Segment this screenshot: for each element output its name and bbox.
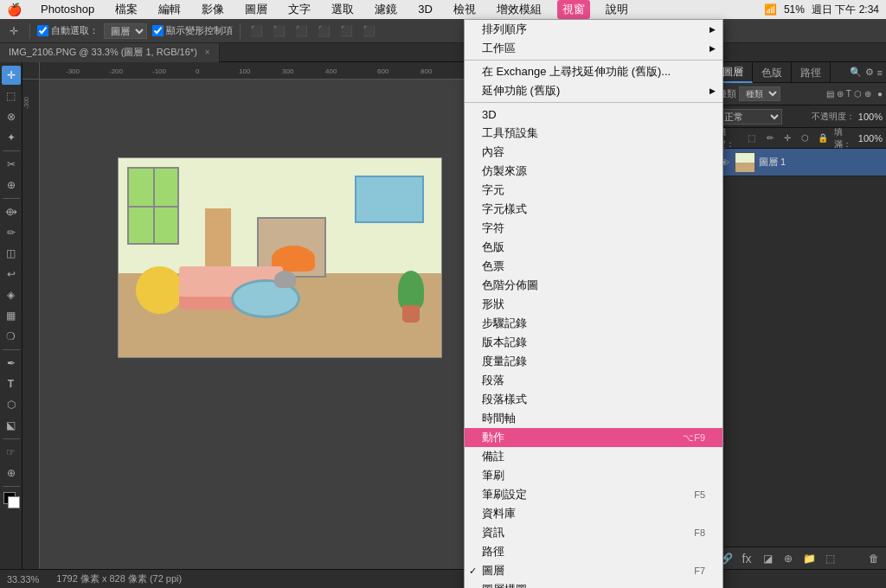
shape-tool-button[interactable]: ⬕ (2, 416, 21, 435)
align-center-icon[interactable]: ⬛ (270, 22, 287, 40)
menu-item-shapes[interactable]: 形狀 (465, 295, 722, 314)
menu-item-layer-comps[interactable]: 圖層構圖 (465, 580, 722, 588)
new-group-button[interactable]: 📁 (800, 550, 818, 567)
move-tool-button[interactable]: ✛ (2, 66, 21, 85)
menubar-window[interactable]: 視窗 (557, 0, 590, 19)
delete-layer-button[interactable]: 🗑 (865, 550, 883, 567)
filter-text-icon[interactable]: T (846, 89, 851, 99)
history-brush-button[interactable]: ↩ (2, 265, 21, 284)
channels-tab[interactable]: 色版 (753, 62, 792, 83)
lock-all-button[interactable]: 🔒 (816, 131, 831, 146)
dodge-tool-button[interactable]: ❍ (2, 327, 21, 346)
menu-item-workspace[interactable]: 工作區 (465, 39, 722, 58)
menu-item-arrange[interactable]: 排列順序 (465, 20, 722, 39)
foreground-color-swatch[interactable] (2, 490, 21, 509)
panel-search-icon[interactable]: 🔍 (850, 67, 862, 78)
apple-menu[interactable]: 🍎 (7, 3, 22, 16)
lasso-tool-button[interactable]: ⊗ (2, 107, 21, 126)
text-tool-button[interactable]: T (2, 374, 21, 393)
path-selection-button[interactable]: ⬡ (2, 395, 21, 414)
align-left-icon[interactable]: ⬛ (247, 22, 265, 40)
menu-item-paragraph[interactable]: 段落 (465, 371, 722, 390)
menu-item-clone-source[interactable]: 仿製來源 (465, 162, 722, 181)
close-tab-button[interactable]: × (205, 48, 210, 57)
filter-toggle[interactable]: ● (877, 89, 883, 99)
menubar-view[interactable]: 檢視 (448, 0, 481, 19)
align-right-icon[interactable]: ⬛ (292, 22, 310, 40)
healing-brush-button[interactable]: ⟴ (2, 202, 21, 221)
menu-item-exchange[interactable]: 在 Exchange 上尋找延伸功能 (舊版)... (465, 62, 722, 81)
filter-adjust-icon[interactable]: ⊛ (837, 89, 844, 99)
menu-item-brushes[interactable]: 筆刷 (465, 466, 722, 485)
align-middle-icon[interactable]: ⬛ (337, 22, 355, 40)
menu-item-history[interactable]: 步驟記錄 (465, 314, 722, 333)
menubar-file[interactable]: 檔案 (110, 0, 143, 19)
stamp-tool-button[interactable]: ◫ (2, 244, 21, 263)
auto-select-checkbox[interactable] (37, 25, 48, 36)
align-top-icon[interactable]: ⬛ (315, 22, 332, 40)
layer-item[interactable]: 👁 圖層 1 (714, 149, 886, 176)
opacity-value[interactable]: 100% (858, 112, 883, 122)
menubar-3d[interactable]: 3D (413, 0, 438, 19)
new-fill-layer-button[interactable]: ⊕ (780, 550, 797, 567)
add-style-button[interactable]: fx (738, 550, 755, 567)
menubar-select[interactable]: 選取 (326, 0, 359, 19)
menu-item-character-styles[interactable]: 字元樣式 (465, 200, 722, 219)
menu-item-tool-presets[interactable]: 工具預設集 (465, 124, 722, 143)
align-bottom-icon[interactable]: ⬛ (360, 22, 377, 40)
zoom-tool-button[interactable]: ⊕ (2, 463, 21, 483)
pen-tool-button[interactable]: ✒ (2, 354, 21, 373)
eraser-tool-button[interactable]: ◈ (2, 285, 21, 304)
magic-wand-button[interactable]: ✦ (2, 128, 21, 147)
menubar-edit[interactable]: 編輯 (153, 0, 186, 19)
paths-tab[interactable]: 路徑 (792, 62, 831, 83)
document-tab[interactable]: IMG_2106.PNG @ 33.3% (圖層 1, RGB/16*) × (0, 43, 220, 62)
menu-item-swatches[interactable]: 色票 (465, 257, 722, 276)
menu-item-actions[interactable]: 動作 ⌥F9 (465, 428, 722, 447)
layer-type-select[interactable]: 圖層 群組 (104, 23, 147, 39)
menu-item-paragraph-styles[interactable]: 段落樣式 (465, 390, 722, 409)
menubar-plugins[interactable]: 增效模組 (491, 0, 547, 19)
menu-item-glyphs[interactable]: 字符 (465, 219, 722, 238)
menu-item-paths[interactable]: 路徑 (465, 542, 722, 561)
filter-smart-icon[interactable]: ⊕ (864, 89, 871, 99)
lock-transparent-button[interactable]: ⬚ (745, 131, 760, 146)
menubar-text[interactable]: 文字 (283, 0, 316, 19)
menu-item-channels[interactable]: 色版 (465, 238, 722, 257)
menu-item-info[interactable]: 資訊 F8 (465, 523, 722, 542)
menu-item-notes[interactable]: 備註 (465, 447, 722, 466)
window-menu[interactable]: 排列順序 工作區 在 Exchange 上尋找延伸功能 (舊版)... 延伸功能… (464, 19, 723, 588)
menu-item-timeline[interactable]: 時間軸 (465, 409, 722, 428)
lock-artboard-button[interactable]: ⬡ (798, 131, 812, 146)
filter-pixel-icon[interactable]: ▤ (826, 89, 834, 99)
menu-item-extensions[interactable]: 延伸功能 (舊版) (465, 81, 722, 100)
menubar-filter[interactable]: 濾鏡 (369, 0, 402, 19)
menu-item-brush-settings[interactable]: 筆刷設定 F5 (465, 485, 722, 504)
filter-shape-icon[interactable]: ⬡ (854, 89, 862, 99)
panel-gear-icon[interactable]: ⚙ (865, 67, 874, 78)
brush-tool-button[interactable]: ✏ (2, 223, 21, 242)
gradient-tool-button[interactable]: ▦ (2, 306, 21, 325)
menu-item-content[interactable]: 內容 (465, 143, 722, 162)
menu-item-libraries[interactable]: 資料庫 (465, 504, 722, 523)
menu-item-3d[interactable]: 3D (465, 105, 722, 124)
menu-item-measurement-log[interactable]: 度量記錄 (465, 352, 722, 371)
fill-value[interactable]: 100% (858, 133, 883, 144)
menubar-layer[interactable]: 圖層 (240, 0, 273, 19)
menu-item-histogram[interactable]: 色階分佈圖 (465, 276, 722, 295)
menubar-help[interactable]: 說明 (600, 0, 633, 19)
menu-item-character[interactable]: 字元 (465, 181, 722, 200)
menubar-image[interactable]: 影像 (196, 0, 229, 19)
hand-tool-button[interactable]: ☞ (2, 443, 21, 462)
panel-more-icon[interactable]: ≡ (877, 67, 883, 78)
menu-item-layers[interactable]: ✓ 圖層 F7 (465, 561, 722, 580)
add-mask-button[interactable]: ◪ (759, 550, 776, 567)
menubar-photoshop[interactable]: Photoshop (35, 0, 100, 19)
crop-tool-button[interactable]: ✂ (2, 155, 21, 174)
new-layer-button[interactable]: ⬚ (821, 550, 838, 567)
eyedropper-button[interactable]: ⊕ (2, 176, 21, 195)
transform-controls-checkbox[interactable] (152, 25, 164, 36)
blend-mode-select[interactable]: 正常 (717, 109, 782, 125)
lock-pixels-button[interactable]: ✏ (762, 131, 777, 146)
lock-position-button[interactable]: ✛ (780, 131, 795, 146)
